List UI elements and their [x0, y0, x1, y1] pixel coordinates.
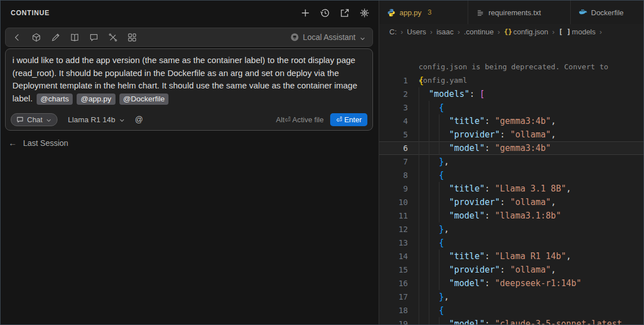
code-line-9[interactable]: 9"title": "Llama 3.1 8B", [379, 182, 643, 195]
indent-guide [429, 168, 439, 182]
indent-guide [439, 195, 449, 209]
mode-selector[interactable]: Chat [11, 113, 57, 126]
code-token: : [485, 277, 495, 290]
indent-guide [429, 195, 439, 209]
code-line-3[interactable]: 3{ [379, 101, 643, 114]
line-number: 14 [379, 250, 408, 263]
book-icon[interactable] [70, 33, 79, 42]
code-token: { [439, 168, 444, 182]
line-content: }, [408, 222, 449, 236]
code-lines: 1{2"models": [3{4"title": "gemma3:4b",5"… [379, 74, 643, 324]
settings-gear-icon[interactable] [359, 8, 370, 18]
code-line-5[interactable]: 5"provider": "ollama", [379, 128, 643, 141]
code-token: { [439, 101, 444, 114]
breadcrumb-item[interactable]: .continue [464, 28, 494, 36]
indent-guide [439, 277, 449, 290]
breadcrumb-item[interactable]: {}config.json [504, 28, 548, 36]
tab-label: app.py [399, 8, 421, 17]
line-number: 11 [379, 209, 408, 222]
indent-guide [439, 317, 449, 324]
assistant-selector[interactable]: Local Assistant [290, 33, 366, 42]
indent-guide [419, 290, 429, 304]
code-line-7[interactable]: 7}, [379, 155, 643, 168]
tab-app-py[interactable]: app.py 3 [379, 1, 468, 24]
indent-guide [419, 195, 429, 209]
indent-guide [439, 209, 449, 222]
line-number: 6 [379, 141, 408, 155]
add-context-button[interactable]: @ [135, 115, 143, 124]
line-number: 5 [379, 128, 408, 141]
breadcrumb-label: isaac [437, 28, 454, 36]
breadcrumb-item[interactable]: isaac [437, 28, 454, 36]
breadcrumb-item[interactable]: Users [407, 28, 426, 36]
cube-icon[interactable] [32, 33, 41, 42]
history-icon[interactable] [320, 8, 330, 18]
indent-guide [429, 155, 439, 168]
code-token: "title" [449, 114, 485, 128]
open-external-icon[interactable] [340, 8, 350, 18]
context-chip[interactable]: @app.py [77, 94, 115, 105]
code-line-1[interactable]: 1{ [379, 74, 643, 87]
code-token: "Llama 3.1 8B" [495, 182, 566, 195]
code-line-14[interactable]: 14"title": "Llama R1 14b", [379, 250, 643, 263]
breadcrumb-item[interactable]: [ ]models [558, 28, 596, 36]
line-number: 16 [379, 277, 408, 290]
tab-dockerfile[interactable]: Dockerfile [571, 1, 643, 24]
line-number: 3 [379, 101, 408, 114]
code-line-12[interactable]: 12}, [379, 222, 643, 236]
code-token: : [500, 128, 510, 141]
chat-message[interactable]: i would like to add the app version (the… [12, 54, 366, 105]
code-line-4[interactable]: 4"title": "gemma3:4b", [379, 114, 643, 128]
chevron-down-icon [119, 117, 125, 123]
code-token: "title" [449, 182, 485, 195]
model-selector[interactable]: Llama R1 14b [68, 115, 125, 124]
deprecation-code-lens[interactable]: config.json is being deprecated. Convert… [379, 60, 643, 74]
line-content: { [408, 101, 444, 114]
context-chip[interactable]: @charts [37, 94, 73, 105]
context-chip[interactable]: @Dockerfile [119, 94, 169, 105]
code-token: "provider" [449, 128, 500, 141]
code-line-16[interactable]: 16"model": "deepseek-r1:14b" [379, 277, 643, 290]
breadcrumb-label: .continue [464, 28, 494, 36]
chevron-down-icon [359, 34, 366, 41]
enter-button[interactable]: ⏎ Enter [330, 113, 367, 126]
code-token: : [485, 317, 495, 324]
line-content: }, [408, 155, 449, 168]
breadcrumb: C:›Users›isaac›.continue›{}config.json›[… [379, 24, 643, 39]
assistant-badge-icon [290, 33, 299, 42]
breadcrumb-separator-icon: › [401, 28, 403, 36]
breadcrumb-item[interactable]: C: [389, 28, 397, 36]
indent-guide [429, 222, 439, 236]
indent-guide [419, 222, 429, 236]
code-editor[interactable]: config.json is being deprecated. Convert… [379, 39, 643, 324]
indent-guide [429, 290, 439, 304]
chevron-left-icon[interactable] [12, 33, 22, 42]
chat-input-box[interactable]: i would like to add the app version (the… [5, 48, 373, 131]
symbol-kind-icon: [ ] [558, 28, 571, 36]
indent-guide [439, 114, 449, 128]
last-session-link[interactable]: ← Last Session [8, 138, 379, 148]
code-token: "claude-3-5-sonnet-latest [495, 317, 622, 324]
new-session-icon[interactable] [300, 8, 310, 18]
pencil-icon[interactable] [51, 33, 60, 42]
tools-icon[interactable] [108, 33, 118, 42]
code-line-19[interactable]: 19"model": "claude-3-5-sonnet-latest [379, 317, 643, 324]
blocks-icon[interactable] [127, 33, 137, 42]
tab-requirements-txt[interactable]: requirements.txt [468, 1, 571, 24]
code-line-17[interactable]: 17}, [379, 290, 643, 304]
breadcrumb-separator-icon: › [552, 28, 554, 36]
code-line-18[interactable]: 18{ [379, 304, 643, 317]
context-chips: @charts@app.py@Dockerfile [33, 94, 168, 103]
code-line-10[interactable]: 10"provider": "ollama", [379, 195, 643, 209]
line-content: "title": "Llama R1 14b", [408, 250, 571, 263]
code-line-6[interactable]: 6"model": "gemma3:4b" [379, 141, 643, 155]
code-line-8[interactable]: 8{ [379, 168, 643, 182]
indent-guide [419, 114, 429, 128]
code-line-11[interactable]: 11"model": "llama3.1:8b" [379, 209, 643, 222]
code-line-2[interactable]: 2"models": [ [379, 87, 643, 101]
comment-icon[interactable] [89, 33, 99, 42]
code-token: "llama3.1:8b" [495, 209, 561, 222]
code-line-15[interactable]: 15"provider": "ollama", [379, 263, 643, 277]
code-line-13[interactable]: 13{ [379, 236, 643, 250]
code-token: , [444, 290, 449, 304]
